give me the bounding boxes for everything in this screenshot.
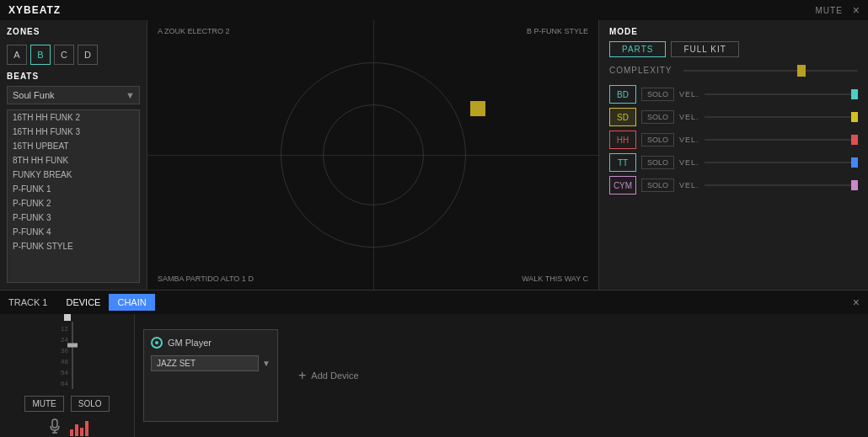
beat-item[interactable]: P-FUNK 3 bbox=[8, 211, 139, 225]
main-area: ZONES A B C D BEATS Soul Funk ▼ 16TH HH … bbox=[0, 20, 868, 290]
vel-sd-slider[interactable] bbox=[705, 116, 858, 118]
corner-d-letter: D bbox=[248, 274, 254, 283]
vel-sd-label: VEL. bbox=[679, 113, 699, 121]
vertical-fader-container: 12 24 36 48 54 64 bbox=[59, 322, 76, 389]
beat-item[interactable]: P-FUNK 2 bbox=[8, 196, 139, 211]
corner-a-label: A ZOUK ELECTRO 2 bbox=[158, 27, 230, 35]
corner-b-letter: B bbox=[527, 27, 532, 35]
vel-tt-slider[interactable] bbox=[705, 162, 858, 163]
corner-c-label: WALK THIS WAY C bbox=[522, 274, 588, 283]
vel-cym-slider[interactable] bbox=[705, 184, 858, 186]
chain-tab[interactable]: CHAIN bbox=[109, 294, 154, 311]
complexity-label: COMPLEXITY bbox=[609, 66, 677, 75]
add-device-label: Add Device bbox=[311, 370, 358, 381]
vel-cym-thumb[interactable] bbox=[851, 180, 858, 190]
corner-d-name: SAMBA PARTIDO ALTO 1 bbox=[158, 274, 246, 283]
parts-button[interactable]: PARTS bbox=[609, 41, 666, 57]
solo-cym-button[interactable]: SOLO bbox=[641, 179, 674, 192]
drum-row-bd: BD SOLO VEL. bbox=[609, 85, 858, 104]
beat-item[interactable]: 16TH HH FUNK 2 bbox=[8, 110, 139, 125]
add-device-button[interactable]: + Add Device bbox=[292, 365, 366, 386]
fader-thumb[interactable] bbox=[67, 343, 78, 347]
close-button[interactable]: × bbox=[853, 3, 860, 17]
vel-bd-slider[interactable] bbox=[705, 93, 858, 95]
beat-item[interactable]: 8TH HH FUNK bbox=[8, 153, 139, 168]
beat-item[interactable]: P-FUNK STYLE bbox=[8, 239, 139, 253]
beats-dropdown[interactable]: Soul Funk bbox=[7, 86, 140, 104]
volume-thumb[interactable] bbox=[64, 314, 71, 321]
corner-d-label: SAMBA PARTIDO ALTO 1 D bbox=[158, 274, 254, 283]
drum-pad-bd[interactable]: BD bbox=[609, 85, 636, 104]
track-mute-button[interactable]: MUTE bbox=[24, 396, 63, 412]
drum-pad-cym[interactable]: CYM bbox=[609, 176, 636, 195]
vel-cym-label: VEL. bbox=[679, 181, 699, 189]
icon-row bbox=[46, 418, 88, 437]
xy-pad-panel[interactable]: A ZOUK ELECTRO 2 B P-FUNK STYLE SAMBA PA… bbox=[147, 20, 598, 290]
device-chain-area: GM Player JAZZ SET ▼ + Add Device bbox=[135, 314, 868, 437]
vel-sd-thumb[interactable] bbox=[851, 112, 858, 122]
solo-tt-button[interactable]: SOLO bbox=[641, 156, 674, 169]
app-title: XYBEATZ bbox=[8, 4, 61, 16]
corner-c-name: WALK THIS WAY bbox=[522, 274, 581, 283]
drum-rows: BD SOLO VEL. SD SOLO VEL. HH bbox=[609, 85, 858, 195]
beat-item[interactable]: 16TH UPBEAT bbox=[8, 139, 139, 153]
track-solo-button[interactable]: SOLO bbox=[71, 396, 110, 412]
beats-list[interactable]: 16TH HH FUNK 2 16TH HH FUNK 3 16TH UPBEA… bbox=[7, 109, 140, 283]
track-label: TRACK 1 bbox=[8, 297, 47, 307]
solo-sd-button[interactable]: SOLO bbox=[641, 110, 674, 124]
drum-pad-sd[interactable]: SD bbox=[609, 108, 636, 126]
preset-arrow-icon: ▼ bbox=[262, 359, 271, 368]
drum-row-cym: CYM SOLO VEL. bbox=[609, 176, 858, 195]
power-dot bbox=[155, 341, 158, 344]
beat-item[interactable]: P-FUNK 1 bbox=[8, 182, 139, 196]
bottom-content: 12 24 36 48 54 64 MUTE SOLO bbox=[0, 314, 868, 437]
xy-pad[interactable]: A ZOUK ELECTRO 2 B P-FUNK STYLE SAMBA PA… bbox=[147, 20, 598, 290]
vel-hh-slider[interactable] bbox=[705, 139, 858, 141]
complexity-slider[interactable] bbox=[683, 70, 858, 72]
app-container: XYBEATZ MUTE × ZONES A B C D BEATS Soul … bbox=[0, 0, 868, 437]
device-power-button[interactable] bbox=[151, 337, 163, 349]
drum-row-hh: HH SOLO VEL. bbox=[609, 131, 858, 149]
zone-a-button[interactable]: A bbox=[7, 45, 27, 65]
device-name: GM Player bbox=[168, 338, 212, 348]
bars-icon bbox=[70, 419, 88, 436]
mode-buttons: PARTS FULL KIT bbox=[609, 41, 858, 57]
corner-b-label: B P-FUNK STYLE bbox=[527, 27, 588, 35]
top-bar: XYBEATZ MUTE × bbox=[0, 0, 868, 20]
track-buttons-row: MUTE SOLO bbox=[24, 396, 109, 412]
add-device-plus-icon: + bbox=[298, 368, 306, 383]
beat-item[interactable]: 16TH HH FUNK 3 bbox=[8, 125, 139, 139]
vel-hh-label: VEL. bbox=[679, 136, 699, 144]
left-panel: ZONES A B C D BEATS Soul Funk ▼ 16TH HH … bbox=[0, 20, 147, 290]
beats-label: BEATS bbox=[7, 72, 140, 81]
zone-c-button[interactable]: C bbox=[54, 45, 74, 65]
vel-tt-thumb[interactable] bbox=[851, 157, 858, 168]
svg-rect-0 bbox=[52, 419, 57, 428]
right-panel: MODE PARTS FULL KIT COMPLEXITY BD SOLO V… bbox=[598, 20, 868, 290]
complexity-row: COMPLEXITY bbox=[609, 66, 858, 75]
vel-bd-label: VEL. bbox=[679, 90, 699, 99]
device-preset-dropdown[interactable]: JAZZ SET bbox=[151, 355, 259, 371]
zone-b-button[interactable]: B bbox=[30, 45, 51, 65]
corner-b-name: P-FUNK STYLE bbox=[533, 27, 588, 35]
drum-pad-tt[interactable]: TT bbox=[609, 153, 636, 172]
solo-hh-button[interactable]: SOLO bbox=[641, 133, 674, 147]
full-kit-button[interactable]: FULL KIT bbox=[671, 41, 738, 57]
solo-bd-button[interactable]: SOLO bbox=[641, 88, 674, 101]
global-mute-button[interactable]: MUTE bbox=[815, 6, 842, 15]
vel-bd-thumb[interactable] bbox=[851, 89, 858, 99]
device-tab[interactable]: DEVICE bbox=[57, 294, 109, 311]
xy-cursor[interactable] bbox=[470, 101, 485, 116]
beat-item[interactable]: FUNKY BREAK bbox=[8, 168, 139, 182]
beat-item[interactable]: P-FUNK 4 bbox=[8, 225, 139, 239]
drum-pad-hh[interactable]: HH bbox=[609, 131, 636, 149]
bottom-header: TRACK 1 DEVICE CHAIN × bbox=[0, 290, 868, 314]
zones-label: ZONES bbox=[7, 27, 140, 36]
bottom-close-button[interactable]: × bbox=[853, 296, 860, 309]
xy-circle-inner bbox=[323, 104, 424, 205]
zone-d-button[interactable]: D bbox=[78, 45, 98, 65]
corner-a-letter: A bbox=[158, 27, 163, 35]
vel-hh-thumb[interactable] bbox=[851, 135, 858, 145]
device-preset-row: JAZZ SET ▼ bbox=[151, 355, 271, 371]
complexity-thumb[interactable] bbox=[797, 65, 806, 77]
